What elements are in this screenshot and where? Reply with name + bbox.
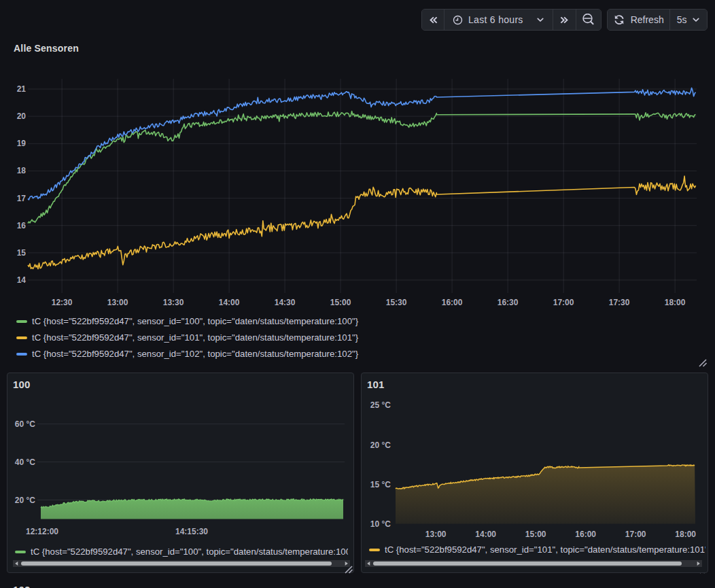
svg-text:16:00: 16:00 [442, 298, 463, 307]
svg-text:15: 15 [17, 248, 27, 258]
svg-text:60 °C: 60 °C [15, 419, 35, 429]
svg-text:15 °C: 15 °C [370, 480, 391, 489]
svg-text:15:30: 15:30 [386, 298, 407, 307]
svg-text:13:00: 13:00 [107, 298, 128, 307]
svg-text:25 °C: 25 °C [370, 400, 391, 410]
svg-text:20 °C: 20 °C [15, 496, 35, 505]
svg-text:12:12:00: 12:12:00 [26, 527, 58, 536]
svg-text:14: 14 [17, 275, 27, 285]
svg-text:17:30: 17:30 [609, 298, 630, 307]
svg-text:17: 17 [17, 194, 27, 203]
svg-text:18:00: 18:00 [665, 298, 686, 307]
svg-text:18: 18 [17, 166, 27, 175]
svg-text:17:00: 17:00 [625, 530, 646, 539]
svg-text:14:00: 14:00 [475, 530, 496, 539]
svg-text:19: 19 [17, 139, 27, 148]
svg-text:40 °C: 40 °C [15, 457, 35, 467]
svg-text:13:00: 13:00 [425, 530, 447, 539]
svg-text:18:00: 18:00 [675, 530, 696, 539]
svg-text:16:00: 16:00 [575, 530, 596, 539]
svg-text:20: 20 [17, 111, 27, 121]
svg-text:14:00: 14:00 [219, 298, 240, 307]
svg-text:10 °C: 10 °C [370, 519, 391, 529]
svg-text:14:15:30: 14:15:30 [175, 527, 208, 536]
svg-text:20 °C: 20 °C [370, 440, 391, 450]
svg-text:16: 16 [17, 221, 27, 230]
svg-text:16:30: 16:30 [498, 298, 519, 307]
svg-text:15:00: 15:00 [525, 530, 546, 539]
svg-text:17:00: 17:00 [553, 298, 574, 307]
svg-text:12:30: 12:30 [52, 298, 73, 307]
svg-text:14:30: 14:30 [275, 298, 296, 307]
svg-text:15:00: 15:00 [330, 298, 351, 307]
svg-text:21: 21 [17, 84, 27, 94]
svg-text:13:30: 13:30 [163, 298, 184, 307]
